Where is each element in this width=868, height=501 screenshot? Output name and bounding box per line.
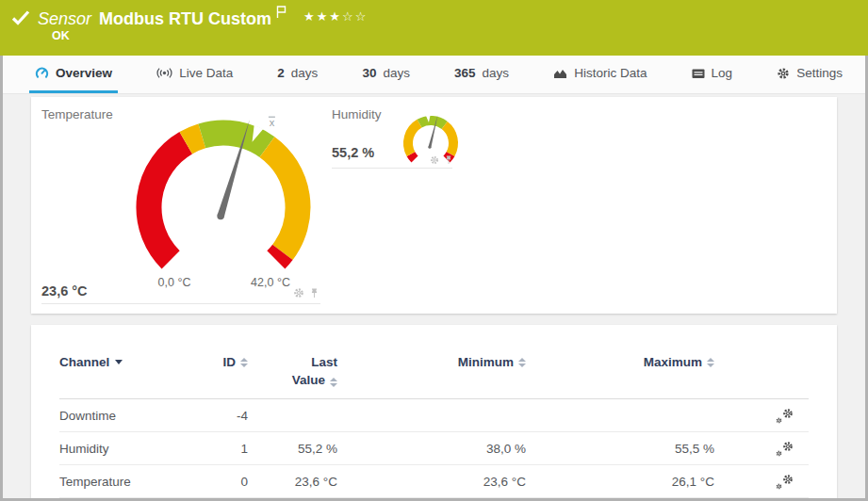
log-icon: [692, 68, 705, 79]
prtg-sensor-window: Sensor Modbus RTU Custom ★★★☆☆ OK Overvi…: [0, 0, 868, 501]
channel-minimum: 38,0 %: [337, 442, 526, 456]
gear-icon: [777, 67, 790, 80]
channel-id: 0: [191, 475, 248, 489]
live-data-icon: [156, 67, 172, 79]
sort-icon: [707, 358, 714, 367]
gauge-scale-max: 42,0 °C: [240, 276, 301, 289]
priority-flag-icon[interactable]: [276, 6, 287, 19]
channel-last-value: 23,6 °C: [248, 475, 337, 489]
channel-name: Humidity: [59, 442, 191, 456]
sort-icon: [240, 358, 248, 367]
tab-30-days[interactable]: 30 days: [356, 56, 416, 93]
column-header-last-value[interactable]: Last Value: [248, 353, 337, 389]
channel-minimum: 23,6 °C: [337, 475, 526, 489]
pin-icon[interactable]: [445, 155, 452, 165]
channel-id: -4: [191, 409, 248, 423]
pin-icon[interactable]: [310, 288, 319, 299]
temperature-gauge-tile: Temperature x 0,0 °C 42,0 °C 23,6 °C: [41, 105, 320, 304]
gauge-scale-min: 0,0 °C: [144, 276, 205, 289]
sensor-title: Modbus RTU Custom: [99, 8, 271, 30]
priority-rating[interactable]: ★★★☆☆: [303, 8, 368, 26]
channel-name: Temperature: [59, 475, 191, 489]
gauge-title: Humidity: [332, 107, 382, 121]
channel-settings-icon[interactable]: [776, 408, 794, 424]
tab-live-data[interactable]: Live Data: [151, 56, 238, 93]
column-header-minimum[interactable]: Minimum: [337, 353, 526, 371]
channel-settings-icon[interactable]: [776, 474, 794, 490]
channel-settings-icon[interactable]: [776, 441, 794, 457]
stars-empty: ☆☆: [342, 9, 368, 24]
humidity-gauge-tile: Humidity 55,2 %: [332, 105, 452, 169]
gauge-icon: [35, 66, 49, 80]
tab-2-days[interactable]: 2 days: [271, 56, 323, 93]
tab-settings[interactable]: Settings: [771, 56, 848, 93]
sensor-kind-label: Sensor: [38, 8, 91, 30]
channel-id: 1: [191, 442, 248, 456]
temperature-gauge: x: [115, 102, 332, 290]
channels-table-panel: Channel ID Last Value Minimum Ma: [31, 325, 837, 501]
table-row-downtime: Downtime -4: [59, 399, 809, 432]
channel-maximum: 26,1 °C: [526, 475, 714, 489]
tab-overview[interactable]: Overview: [29, 56, 118, 93]
svg-text:x: x: [270, 117, 275, 128]
historic-data-icon: [553, 68, 567, 79]
sort-icon: [518, 358, 526, 367]
channel-last-value: 55,2 %: [248, 442, 337, 456]
sort-desc-icon: [115, 360, 123, 364]
sensor-tab-bar: Overview Live Data 2 days 30 days: [3, 56, 865, 94]
gauge-title: Temperature: [41, 107, 113, 121]
ok-check-icon: [11, 10, 30, 25]
table-header-row: Channel ID Last Value Minimum Ma: [59, 353, 809, 399]
channel-name: Downtime: [59, 409, 191, 423]
table-row-temperature: Temperature 0 23,6 °C 23,6 °C 26,1 °C: [59, 465, 809, 498]
column-header-channel[interactable]: Channel: [59, 353, 191, 371]
stars-filled: ★★★: [303, 9, 342, 24]
channels-table: Channel ID Last Value Minimum Ma: [31, 325, 837, 498]
tab-historic-data[interactable]: Historic Data: [548, 56, 652, 93]
sensor-status-text: OK: [52, 29, 70, 42]
gauge-value: 23,6 °C: [41, 283, 88, 299]
sort-icon: [330, 378, 337, 387]
gauges-panel: Temperature x 0,0 °C 42,0 °C 23,6 °C Hum…: [31, 97, 837, 314]
column-header-maximum[interactable]: Maximum: [526, 353, 714, 371]
gauge-value: 55,2 %: [332, 145, 374, 160]
sensor-status-banner: Sensor Modbus RTU Custom ★★★☆☆ OK: [0, 0, 868, 56]
table-row-humidity: Humidity 1 55,2 % 38,0 % 55,5 %: [59, 432, 809, 465]
tab-365-days[interactable]: 365 days: [449, 56, 515, 93]
channel-maximum: 55,5 %: [526, 442, 714, 456]
window-border: [0, 56, 3, 501]
gear-icon[interactable]: [293, 287, 304, 299]
tab-log[interactable]: Log: [686, 56, 739, 93]
column-header-id[interactable]: ID: [191, 353, 248, 371]
gear-icon[interactable]: [430, 155, 439, 165]
